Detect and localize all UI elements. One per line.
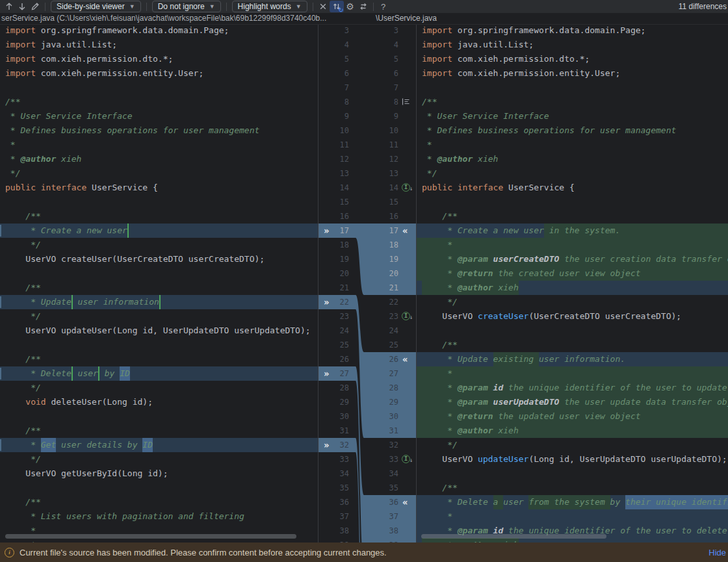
right-file-path: \UserService.java — [376, 13, 437, 24]
apply-change-right-chevron-icon[interactable]: » — [324, 224, 329, 238]
right-line-number: 27 — [364, 366, 398, 381]
viewer-mode-dropdown[interactable]: Side-by-side viewer ▼ — [51, 1, 141, 12]
right-editor-pane[interactable]: import org.springframework.data.domain.P… — [417, 25, 728, 543]
gutter-row: 2828 — [318, 381, 416, 395]
chevron-down-icon: ▼ — [129, 4, 135, 10]
interface-gutter-icon[interactable]: I↓ — [402, 312, 413, 320]
code-token: the user update data transfer object — [559, 395, 728, 409]
gutter-row: 3131 — [318, 424, 416, 438]
code-token: /** — [5, 281, 41, 295]
code-token: * Delete — [5, 366, 73, 381]
code-token: userUpdateDTO — [493, 395, 560, 409]
right-line-number: 20 — [364, 266, 398, 281]
gutter-row: 1818 — [318, 238, 416, 252]
code-token: interface — [41, 181, 86, 195]
code-token: /** — [422, 209, 458, 224]
apply-change-left-chevron-icon[interactable]: « — [402, 495, 408, 509]
gutter-row: 3434 — [318, 466, 416, 481]
gutter-row: 1111 — [318, 138, 416, 152]
code-token: /** — [422, 338, 458, 352]
arrow-up-icon — [4, 1, 14, 12]
code-token — [5, 395, 25, 409]
synchronize-scrolling-toggle[interactable]: ↻ — [330, 1, 344, 12]
right-code-line: * @param userCreateDTO the user creation… — [417, 252, 728, 266]
hide-notification-link[interactable]: Hide — [708, 548, 726, 557]
code-token: * — [422, 152, 437, 166]
left-line-number: 30 — [318, 409, 349, 424]
right-code-line: import com.xieh.permission.dto.*; — [417, 52, 728, 66]
code-token: @author — [20, 152, 56, 166]
right-line-number: 18 — [364, 238, 398, 252]
code-token: * — [422, 281, 458, 295]
right-line-number: 38 — [364, 524, 398, 538]
swap-sides-button[interactable] — [357, 1, 370, 12]
right-code-line: * @author xieh — [417, 152, 728, 166]
code-token: user information. — [539, 352, 625, 366]
help-icon: ? — [381, 3, 385, 11]
left-line-number: 9 — [318, 109, 349, 123]
right-code-line: UserVO updateUser(Long id, UserUpdateDTO… — [417, 452, 728, 466]
right-code-line: * @return the updated user view object — [417, 409, 728, 424]
gear-icon: ⚙ — [346, 2, 354, 11]
code-token: import — [5, 66, 36, 81]
apply-change-right-chevron-icon[interactable]: » — [324, 295, 329, 309]
left-line-number: 31 — [318, 424, 349, 438]
code-token: /** — [5, 495, 41, 509]
right-code-line: /** — [417, 338, 728, 352]
apply-change-right-chevron-icon[interactable]: » — [324, 366, 329, 381]
left-code-line: /** — [0, 424, 318, 438]
right-code-line: * — [417, 366, 728, 381]
right-line-number: 24 — [364, 324, 398, 338]
code-token: org.springframework.data.domain.Page; — [36, 25, 229, 38]
right-line-number: 16 — [364, 209, 398, 224]
left-code-line: * — [0, 138, 318, 152]
left-code-line: * Update user information — [0, 295, 318, 309]
left-code-line: /** — [0, 352, 318, 366]
highlight-mode-dropdown[interactable]: Highlight words ▼ — [232, 1, 307, 12]
right-code-line: /** — [417, 481, 728, 495]
right-code-line: * Defines business operations for user m… — [417, 123, 728, 138]
right-line-number: 10 — [364, 123, 398, 138]
right-code-line: import org.springframework.data.domain.P… — [417, 25, 728, 38]
code-token: * — [422, 266, 458, 281]
code-token: * — [5, 538, 36, 543]
right-line-number: 5 — [364, 52, 398, 66]
apply-change-left-chevron-icon[interactable]: « — [402, 224, 408, 238]
right-line-number: 23 — [364, 309, 398, 324]
gutter-row: 1919 — [318, 252, 416, 266]
interface-gutter-icon[interactable]: I↓ — [402, 455, 413, 463]
code-token: xieh — [493, 424, 519, 438]
right-line-number: 35 — [364, 481, 398, 495]
change-stripe-mark — [0, 225, 1, 236]
right-code-line: * — [417, 138, 728, 152]
help-button[interactable]: ? — [377, 1, 390, 12]
right-line-number: 14 — [364, 181, 398, 195]
code-token: * Create a new user — [422, 224, 544, 238]
left-editor-pane[interactable]: import org.springframework.data.domain.P… — [0, 25, 318, 543]
collapse-unchanged-button[interactable] — [317, 1, 330, 12]
edit-button[interactable] — [29, 1, 42, 12]
next-difference-button[interactable] — [16, 1, 29, 12]
interface-gutter-icon[interactable]: I↓ — [402, 183, 413, 192]
right-code-line: * — [417, 509, 728, 524]
gutter-row: 99 — [318, 109, 416, 123]
gutter-row: 1717»« — [318, 224, 416, 238]
settings-button[interactable]: ⚙ — [344, 1, 357, 12]
code-token: */ — [422, 166, 437, 181]
apply-change-left-chevron-icon[interactable]: « — [402, 352, 408, 366]
gutter-row: 2121 — [318, 281, 416, 295]
previous-difference-button[interactable] — [3, 1, 16, 12]
left-code-line: UserVO createUser(UserCreateDTO userCrea… — [0, 252, 318, 266]
right-code-line: import com.xieh.permission.entity.User; — [417, 66, 728, 81]
code-token: id — [493, 381, 504, 395]
right-line-number: 12 — [364, 152, 398, 166]
code-token: UserVO getUserById(Long id); — [5, 466, 168, 481]
code-token: * — [5, 152, 20, 166]
code-token: * — [422, 238, 452, 252]
whitespace-ignore-dropdown[interactable]: Do not ignore ▼ — [152, 1, 221, 12]
left-horizontal-scrollbar[interactable] — [5, 534, 296, 539]
left-code-line: */ — [0, 381, 318, 395]
right-horizontal-scrollbar[interactable] — [421, 534, 606, 539]
gutter-row: 3535 — [318, 481, 416, 495]
apply-change-right-chevron-icon[interactable]: » — [324, 438, 329, 452]
